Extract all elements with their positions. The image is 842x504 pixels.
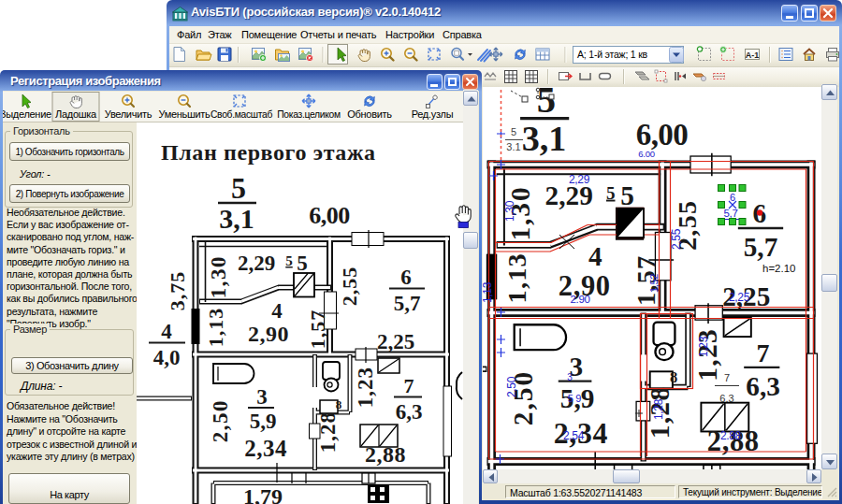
svg-text:А-1: А-1	[746, 50, 760, 60]
svg-text:2,54: 2,54	[563, 429, 585, 442]
svg-text:Выделение: Выделение	[3, 108, 51, 120]
svg-text:Ред.узлы: Ред.узлы	[412, 108, 454, 120]
svg-text:2,25: 2,25	[729, 291, 750, 304]
svg-text:1,30: 1,30	[503, 200, 516, 222]
svg-text:5 9: 5 9	[568, 393, 582, 404]
svg-text:6.00: 6.00	[638, 149, 654, 159]
svg-text:Ладошка: Ладошка	[55, 108, 97, 120]
svg-text:1,28: 1,28	[652, 398, 665, 420]
svg-text:1,13: 1,13	[483, 281, 494, 303]
svg-text:3: 3	[567, 372, 573, 382]
svg-text:6.3: 6.3	[719, 393, 733, 404]
svg-text:5,7: 5,7	[723, 208, 737, 219]
svg-text:2,50: 2,50	[505, 376, 518, 397]
svg-text:Своб.масштаб: Своб.масштаб	[210, 109, 273, 120]
svg-text:2,55: 2,55	[670, 228, 683, 250]
svg-text:1,23: 1,23	[697, 336, 710, 357]
svg-text:2.90: 2.90	[570, 294, 589, 305]
svg-text:3.1: 3.1	[506, 141, 520, 152]
svg-text:Увеличить: Увеличить	[105, 108, 152, 120]
svg-text:7: 7	[724, 372, 730, 383]
svg-text:5: 5	[511, 126, 516, 137]
svg-text:2.88: 2.88	[720, 429, 742, 442]
svg-text:6: 6	[730, 192, 735, 203]
svg-text:Обновить: Обновить	[347, 108, 392, 120]
svg-text:Уменьшить: Уменьшить	[158, 108, 210, 120]
svg-text:h=2.10: h=2.10	[762, 263, 796, 274]
svg-text:2,29: 2,29	[569, 173, 590, 186]
svg-text:1,52: 1,52	[648, 274, 660, 293]
svg-text:А; 1-й этаж; 1 кв: А; 1-й этаж; 1 кв	[577, 49, 648, 60]
svg-text:Показ.целиком: Показ.целиком	[277, 109, 341, 120]
